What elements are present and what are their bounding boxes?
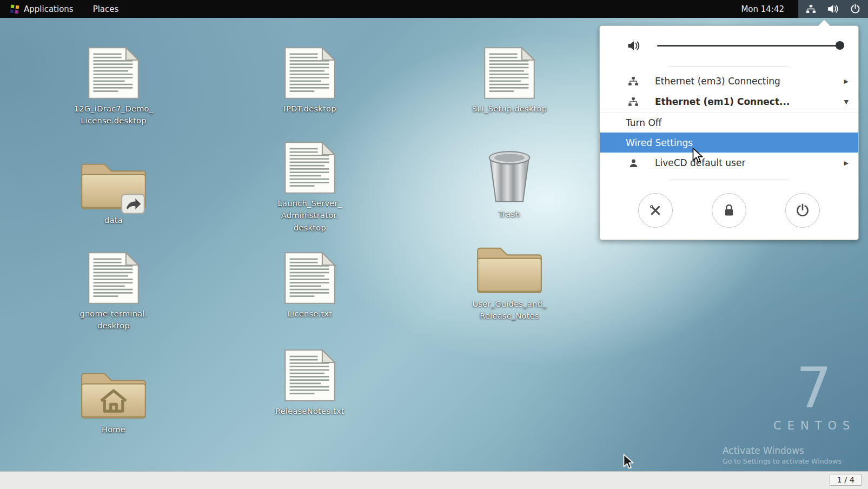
- desktop-icon-label: Launch_Server_ Administrator. desktop: [278, 197, 342, 234]
- desktop-icon-releasenotes-txt[interactable]: ReleaseNotes.txt: [261, 349, 359, 417]
- power-icon: [796, 203, 810, 217]
- document-icon: [282, 141, 338, 194]
- volume-slider-fill: [657, 45, 844, 47]
- home-emblem-icon: [79, 367, 148, 420]
- power-button[interactable]: [785, 193, 820, 228]
- applications-menu-label: Applications: [24, 4, 74, 14]
- centos-version-watermark: 7: [796, 360, 832, 416]
- network-icon: [628, 97, 639, 107]
- lock-button[interactable]: [712, 193, 746, 228]
- shortcut-emblem-icon: [121, 194, 145, 214]
- desktop-icon-label: IPDT.desktop: [283, 103, 336, 115]
- volume-slider-knob[interactable]: [836, 41, 844, 50]
- settings-tools-icon: [648, 203, 662, 217]
- desktop-icon-user-guides[interactable]: User_Guides_and_ Release_Notes: [461, 241, 558, 322]
- places-menu[interactable]: Places: [83, 0, 129, 18]
- desktop-icon-label: gnome-terminal. desktop: [79, 308, 147, 332]
- menu-item-turn-off[interactable]: Turn Off: [600, 112, 858, 133]
- user-icon: [629, 158, 638, 168]
- desktop-icon-ipdt[interactable]: IPDT.desktop: [261, 47, 359, 115]
- desktop-icon-label: 12G_iDrac7_Demo_ License.desktop: [74, 103, 154, 127]
- volume-speaker-icon[interactable]: [627, 40, 641, 51]
- mouse-cursor: [691, 147, 703, 163]
- menu-separator: [670, 66, 789, 67]
- desktop-icon-12g-idrac7-license[interactable]: 12G_iDrac7_Demo_ License.desktop: [65, 47, 162, 127]
- desktop-icon-home[interactable]: Home: [65, 367, 162, 435]
- bottom-bar: 1 / 4: [0, 471, 868, 489]
- chevron-right-icon: ▶: [844, 160, 849, 167]
- desktop-icon-sli-setup[interactable]: SLI_Setup.desktop: [461, 47, 558, 115]
- lock-icon: [723, 203, 736, 217]
- chevron-down-icon: ▼: [844, 98, 849, 105]
- document-icon: [282, 349, 338, 402]
- menu-item-label: Turn Off: [626, 117, 662, 128]
- menu-item-label: Ethernet (em1) Connect...: [655, 96, 844, 107]
- document-icon: [282, 47, 338, 100]
- activate-windows-line2: Go to Settings to activate Windows: [723, 457, 842, 465]
- desktop-screen: Applications Places Mon 14:42 12G_iDrac7…: [0, 0, 868, 489]
- activate-windows-line1: Activate Windows: [723, 445, 804, 456]
- menu-item-wired-settings[interactable]: Wired Settings: [600, 133, 858, 153]
- menu-item-label: Ethernet (em3) Connecting: [655, 76, 844, 87]
- system-tray[interactable]: [798, 0, 868, 18]
- desktop-icon-license-txt[interactable]: License.txt: [261, 252, 359, 320]
- desktop-icon-label: Home: [102, 424, 125, 435]
- chevron-right-icon: ▶: [844, 78, 849, 85]
- system-buttons-row: [600, 184, 858, 240]
- centos-brand-watermark: CENTOS: [773, 419, 856, 432]
- mouse-cursor: [622, 453, 634, 470]
- network-icon[interactable]: [806, 4, 816, 14]
- popup-arrow: [818, 20, 830, 26]
- applications-menu[interactable]: Applications: [0, 0, 83, 18]
- menu-item-label: LiveCD default user: [655, 157, 844, 168]
- desktop-icon-gnome-terminal[interactable]: gnome-terminal. desktop: [65, 252, 162, 332]
- system-status-menu: Ethernet (em3) Connecting ▶ Ethernet (em…: [599, 25, 859, 240]
- desktop-icon-label: License.txt: [288, 308, 333, 320]
- desktop-icon-label: Trash: [499, 208, 520, 220]
- volume-slider[interactable]: [657, 41, 844, 50]
- top-bar: Applications Places Mon 14:42: [0, 0, 868, 18]
- workspace-pager[interactable]: 1 / 4: [830, 474, 862, 486]
- places-menu-label: Places: [93, 4, 119, 14]
- folder-icon: [475, 241, 544, 295]
- settings-button[interactable]: [638, 193, 673, 228]
- desktop-icon-label: ReleaseNotes.txt: [275, 405, 344, 417]
- document-icon: [85, 252, 142, 305]
- menu-item-ethernet-em1[interactable]: Ethernet (em1) Connect... ▼: [600, 91, 858, 112]
- trash-icon: [483, 148, 535, 205]
- volume-row: [600, 26, 858, 65]
- document-icon: [282, 252, 338, 305]
- power-icon[interactable]: [850, 4, 860, 14]
- menu-item-ethernet-em3[interactable]: Ethernet (em3) Connecting ▶: [600, 71, 858, 91]
- menu-item-label: Wired Settings: [626, 137, 693, 148]
- desktop-icon-label: data: [104, 214, 123, 226]
- distro-logo-icon: [10, 4, 19, 14]
- menu-item-user[interactable]: LiveCD default user ▶: [600, 153, 858, 173]
- desktop-icon-data[interactable]: data: [65, 157, 162, 226]
- document-icon: [481, 47, 538, 100]
- document-icon: [85, 47, 142, 100]
- clock[interactable]: Mon 14:42: [727, 4, 798, 14]
- volume-icon[interactable]: [827, 4, 839, 14]
- desktop-icon-launch-server-administrator[interactable]: Launch_Server_ Administrator. desktop: [261, 141, 359, 234]
- desktop-icon-label: SLI_Setup.desktop: [472, 103, 547, 115]
- desktop-icon-trash[interactable]: Trash: [461, 148, 558, 220]
- desktop-icon-label: User_Guides_and_ Release_Notes: [472, 298, 546, 322]
- network-icon: [628, 76, 639, 86]
- menu-separator: [670, 180, 789, 180]
